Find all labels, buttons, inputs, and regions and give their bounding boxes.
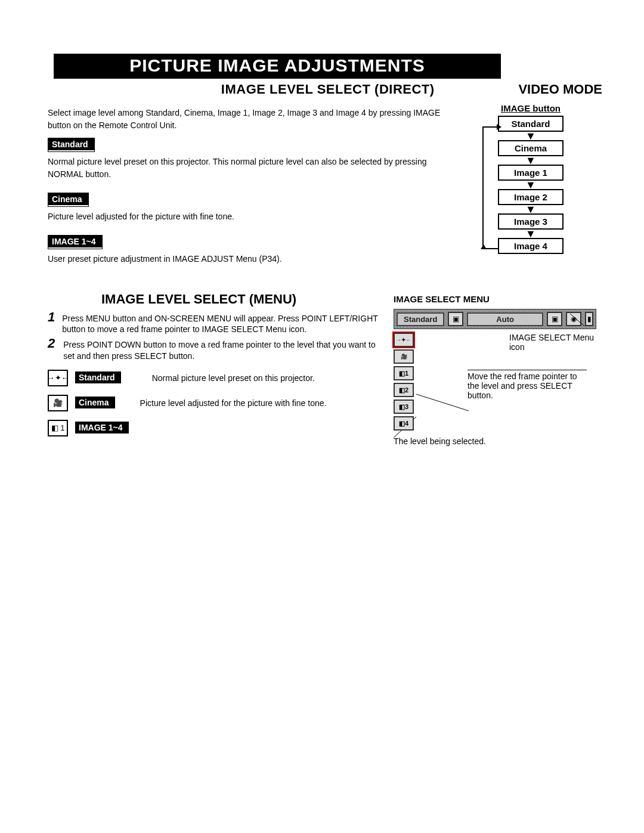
menu-icon-2: ▣ [547, 312, 562, 326]
image14-label-menu: IMAGE 1~4 [75, 422, 129, 433]
image14-desc: User preset picture adjustment in IMAGE … [48, 253, 441, 265]
cinema-icon: 🎥 [48, 395, 68, 411]
step-1-text: Press MENU button and ON-SCREEN MENU wil… [62, 311, 382, 335]
intro-text: Select image level among Standard, Cinem… [48, 107, 441, 132]
image-select-menu-title: IMAGE SELECT MENU [394, 294, 608, 304]
cinema-label: Cinema [48, 193, 88, 205]
image14-label: IMAGE 1~4 [48, 236, 102, 247]
step-number-1: 1 [48, 311, 55, 335]
onscreen-menu-bar: Standard ▣ Auto ▣ ◉ ▮ [394, 309, 596, 329]
note-image-select-icon: IMAGE SELECT Menu icon [509, 333, 608, 352]
flow-item-standard: Standard [498, 116, 564, 132]
menu-chip-auto: Auto [467, 312, 543, 326]
cinema-label-menu: Cinema [75, 397, 115, 408]
flow-item-cinema: Cinema [498, 140, 564, 156]
standard-label-menu: Standard [75, 371, 121, 383]
flow-item-image4: Image 4 [498, 238, 564, 254]
menu-icon-3: ◉ [566, 312, 581, 326]
menu-icon-1: ▣ [448, 312, 463, 326]
flow-item-image3: Image 3 [498, 213, 564, 230]
flow-loop-arrow [482, 126, 498, 249]
down-arrow-icon: ▼ [498, 181, 564, 188]
flow-item-image2: Image 2 [498, 189, 564, 205]
video-mode-label: VIDEO MODE [518, 82, 602, 97]
menu-cell-standard: →✦← [394, 333, 414, 347]
section-heading-direct: IMAGE LEVEL SELECT (DIRECT) [221, 82, 435, 97]
menu-cell-2: ◧2 [394, 383, 414, 397]
flow-header: IMAGE button [453, 103, 608, 113]
page-banner: PICTURE IMAGE ADJUSTMENTS [54, 54, 501, 79]
down-arrow-icon: ▼ [498, 206, 564, 213]
cinema-text-menu: Picture level adjusted for the picture w… [140, 398, 327, 408]
down-arrow-icon: ▼ [498, 132, 564, 140]
standard-text-menu: Normal picture level preset on this proj… [152, 373, 315, 383]
section-heading-menu: IMAGE LEVEL SELECT (MENU) [101, 292, 382, 307]
menu-cell-4: ◧4 [394, 416, 414, 431]
note-red-frame: Move the red frame pointer to the level … [467, 370, 587, 400]
standard-desc: Normal picture level preset on this proj… [48, 156, 441, 181]
image14-icon: ◧ 1 [48, 420, 68, 436]
step-2-text: Press POINT DOWN button to move a red fr… [63, 337, 382, 361]
menu-icon-column: →✦← 🎥 ◧1 ◧2 ◧3 ◧4 [394, 333, 414, 431]
caption-level-selected: The level being selected. [394, 436, 608, 446]
menu-icon-4: ▮ [585, 312, 593, 326]
standard-icon: →✦← [48, 370, 68, 386]
standard-label: Standard [48, 138, 94, 150]
menu-cell-3: ◧3 [394, 400, 414, 414]
step-number-2: 2 [48, 337, 56, 361]
down-arrow-icon: ▼ [498, 157, 564, 164]
menu-cell-1: ◧1 [394, 366, 414, 380]
menu-chip-standard: Standard [397, 312, 444, 326]
flow-item-image1: Image 1 [498, 165, 564, 181]
menu-cell-cinema: 🎥 [394, 349, 414, 364]
down-arrow-icon: ▼ [498, 230, 564, 237]
cinema-desc: Picture level adjusted for the picture w… [48, 210, 441, 223]
